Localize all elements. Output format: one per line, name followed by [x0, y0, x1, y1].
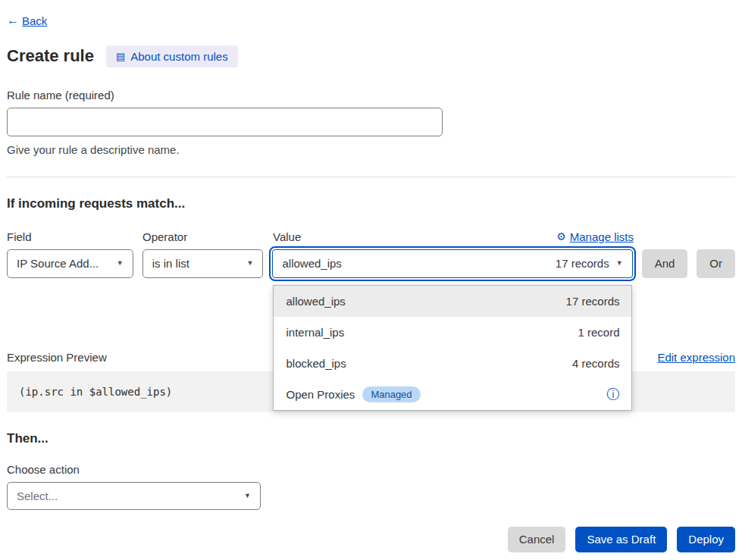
value-label-row: Value ⚙ Manage lists	[273, 230, 634, 243]
rule-name-input[interactable]	[7, 108, 443, 136]
field-select[interactable]: IP Source Add... ▼	[7, 249, 133, 278]
manage-lists-label: Manage lists	[570, 230, 634, 243]
value-select-value: allowed_ips	[282, 257, 341, 270]
choose-action-label: Choose action	[7, 463, 735, 476]
footer-actions: Cancel Save as Draft Deploy	[7, 527, 735, 552]
match-controls-row: IP Source Add... ▼ is in list ▼ allowed_…	[7, 249, 735, 278]
page-title: Create rule	[7, 46, 94, 66]
or-button[interactable]: Or	[697, 249, 735, 278]
action-select-placeholder: Select...	[17, 490, 58, 502]
managed-badge: Managed	[362, 386, 420, 402]
expression-preview-label: Expression Preview	[7, 351, 107, 364]
chevron-down-icon: ▼	[247, 260, 254, 267]
list-option-internal-ips[interactable]: internal_ips 1 record	[274, 317, 631, 348]
back-arrow-icon: ←	[7, 14, 19, 27]
chevron-down-icon: ▼	[244, 493, 251, 499]
rule-name-helper-text: Give your rule a descriptive name.	[7, 143, 735, 156]
action-select[interactable]: Select... ▼	[7, 482, 261, 510]
value-select-right: 17 records ▼	[556, 257, 623, 270]
then-section-title: Then...	[7, 431, 735, 446]
match-labels-row: Field Operator Value ⚙ Manage lists	[7, 230, 735, 243]
list-option-records: 1 record	[578, 326, 619, 339]
about-custom-rules-link[interactable]: ▤ About custom rules	[106, 45, 238, 67]
expression-code: (ip.src in $allowed_ips)	[19, 386, 172, 398]
save-as-draft-button[interactable]: Save as Draft	[575, 527, 667, 552]
list-option-blocked-ips[interactable]: blocked_ips 4 records	[274, 348, 631, 379]
title-row: Create rule ▤ About custom rules	[7, 45, 735, 67]
edit-expression-link[interactable]: Edit expression	[657, 351, 735, 364]
deploy-button[interactable]: Deploy	[677, 527, 735, 552]
field-select-value: IP Source Add...	[17, 257, 99, 270]
back-label: Back	[22, 14, 47, 27]
value-label: Value	[273, 230, 301, 243]
list-option-name: blocked_ips	[286, 357, 346, 370]
list-option-open-proxies[interactable]: Open Proxies Managed ⓘ	[274, 379, 631, 410]
and-button[interactable]: And	[642, 249, 688, 278]
list-option-name: Open Proxies	[286, 388, 355, 401]
operator-select-value: is in list	[152, 257, 189, 270]
list-option-records: 17 records	[566, 295, 620, 308]
list-option-name: internal_ips	[286, 326, 344, 339]
book-icon: ▤	[116, 51, 125, 62]
create-rule-page: ← Back Create rule ▤ About custom rules …	[0, 0, 742, 552]
list-option-records: 4 records	[572, 357, 620, 370]
manage-lists-link[interactable]: ⚙ Manage lists	[556, 230, 634, 243]
value-select-records: 17 records	[556, 257, 609, 270]
list-dropdown-menu: allowed_ips 17 records internal_ips 1 re…	[273, 285, 632, 411]
operator-select[interactable]: is in list ▼	[142, 249, 264, 278]
match-section-title: If incoming requests match...	[7, 196, 735, 211]
info-icon[interactable]: ⓘ	[606, 388, 619, 401]
list-option-name: allowed_ips	[286, 295, 345, 308]
list-option-allowed-ips[interactable]: allowed_ips 17 records	[274, 286, 631, 317]
back-link[interactable]: ← Back	[7, 14, 47, 27]
about-custom-rules-label: About custom rules	[130, 50, 227, 63]
list-option-left: Open Proxies Managed	[286, 386, 420, 402]
section-divider	[7, 177, 735, 177]
chevron-down-icon: ▼	[616, 260, 623, 267]
rule-name-label: Rule name (required)	[7, 89, 735, 102]
value-select[interactable]: allowed_ips 17 records ▼ allowed_ips 17 …	[272, 249, 632, 278]
chevron-down-icon: ▼	[117, 260, 124, 267]
operator-label: Operator	[142, 230, 264, 243]
field-label: Field	[7, 230, 133, 243]
gear-icon: ⚙	[556, 231, 566, 242]
cancel-button[interactable]: Cancel	[508, 527, 566, 552]
